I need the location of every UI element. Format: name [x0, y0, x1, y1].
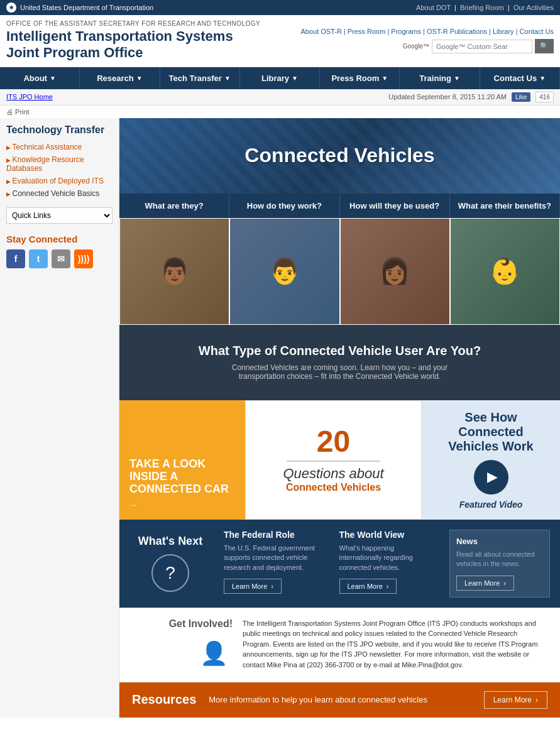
briefing-room-link[interactable]: Briefing Room	[460, 4, 504, 11]
print-link[interactable]: 🖨 Print	[6, 108, 30, 116]
stay-connected-section: Stay Connected f t ✉ ))))	[6, 234, 113, 268]
main-content: Connected Vehicles What are they? How do…	[119, 118, 560, 718]
play-button[interactable]: ▶	[474, 460, 508, 494]
evaluation-link[interactable]: Evaluation of Deployed ITS	[13, 177, 104, 185]
like-count: 416	[535, 92, 554, 102]
news-title: News	[456, 537, 543, 546]
facebook-icon[interactable]: f	[6, 249, 25, 268]
world-view-title: The World View	[339, 530, 437, 540]
its-jpo-home-link[interactable]: ITS JPO Home	[6, 93, 53, 101]
get-involved-text: The Intelligent Transportation Systems J…	[243, 618, 547, 670]
agency-right: About OST-R | Press Room | Programs | OS…	[300, 28, 554, 53]
list-item-knowledge-resource: Knowledge Resource Databases	[6, 153, 113, 175]
featured-video-label: Featured Video	[459, 500, 523, 510]
contact-us-link-top[interactable]: Contact Us	[520, 28, 554, 35]
news-learn-more[interactable]: Learn More ›	[456, 576, 514, 591]
gov-bar: ★ United States Department of Transporta…	[0, 0, 560, 15]
training-arrow-icon: ▼	[454, 75, 460, 82]
sidebar-list: Technical Assistance Knowledge Resource …	[6, 141, 113, 200]
press-room-arrow-icon: ▼	[382, 75, 388, 82]
resources-title: Resources	[132, 692, 196, 707]
get-involved-section: Get Involved! 👤 The Intelligent Transpor…	[119, 608, 560, 682]
chevron-right-icon-2: ›	[387, 582, 389, 590]
tech-transfer-arrow-icon: ▼	[224, 75, 231, 82]
feature-divider	[287, 461, 380, 462]
library-link-top[interactable]: Library	[493, 28, 514, 35]
agency-subtitle: Office of the Assistant Secretary for Re…	[6, 20, 260, 27]
feature-middle: 20 Questions about Connected Vehicles	[245, 400, 422, 520]
chevron-right-icon-4: ›	[535, 696, 538, 704]
email-icon[interactable]: ✉	[52, 249, 70, 268]
ostr-publications-link[interactable]: OST-R Publications	[427, 28, 487, 35]
technical-assistance-link[interactable]: Technical Assistance	[13, 143, 82, 151]
search-bar: Google™ 🔍	[403, 39, 554, 53]
tab-what-are-benefits[interactable]: What are their benefits?	[450, 194, 560, 218]
sidebar: Technology Transfer Technical Assistance…	[0, 118, 119, 718]
resources-text: More information to help you learn about…	[209, 695, 471, 704]
nav-tech-transfer[interactable]: Tech Transfer ▼	[160, 67, 240, 89]
world-view-learn-more[interactable]: Learn More ›	[339, 579, 397, 594]
federal-role-learn-more[interactable]: Learn More ›	[224, 579, 282, 594]
quick-links-select[interactable]: Quick Links	[6, 207, 113, 224]
print-bar: 🖨 Print	[0, 106, 560, 118]
user-type-description: Connected Vehicles are coming soon. Lear…	[208, 363, 472, 381]
photo-person-1: 👨🏾	[120, 219, 229, 324]
list-item-evaluation: Evaluation of Deployed ITS	[6, 175, 113, 187]
nav-contact-us[interactable]: Contact Us ▼	[480, 67, 560, 89]
search-input[interactable]	[432, 40, 532, 53]
updated-text: Updated September 8, 2015 11:20 AM	[388, 93, 507, 101]
nav-press-room[interactable]: Press Room ▼	[320, 67, 400, 89]
world-view-text: What's happening internationally regardi…	[339, 544, 437, 572]
tab-how-do-they-work[interactable]: How do they work?	[229, 194, 339, 218]
programs-link[interactable]: Programs	[391, 28, 421, 35]
search-button[interactable]: 🔍	[535, 39, 554, 53]
content-wrap: Technology Transfer Technical Assistance…	[0, 118, 560, 718]
agency-header: Office of the Assistant Secretary for Re…	[0, 15, 560, 67]
agency-title-line2: Joint Program Office	[6, 45, 143, 60]
research-arrow-icon: ▼	[136, 75, 143, 82]
federal-role-title: The Federal Role	[224, 530, 322, 540]
nav-training[interactable]: Training ▼	[400, 67, 480, 89]
whats-next-section: What's Next ? The Federal Role The U.S. …	[119, 520, 560, 608]
feature-video: See How Connected Vehicles Work ▶ Featur…	[422, 400, 560, 520]
user-type-title: What Type of Connected Vehicle User Are …	[199, 344, 481, 358]
dot-seal-icon: ★	[6, 3, 16, 13]
google-logo: Google™	[403, 43, 429, 50]
photo-person-2: 👨	[230, 219, 339, 324]
ost-links: About OST-R | Press Room | Programs | OS…	[300, 28, 554, 35]
photo-grid: 👨🏾 👨 👩🏾 👶	[119, 218, 560, 325]
about-ostr-link[interactable]: About OST-R	[300, 28, 341, 35]
about-dot-link[interactable]: About DOT	[416, 4, 451, 11]
rss-icon[interactable]: ))))	[74, 249, 93, 268]
our-activities-link[interactable]: Our Activities	[513, 4, 554, 11]
about-arrow-icon: ▼	[50, 75, 56, 82]
agency-left: Office of the Assistant Secretary for Re…	[6, 20, 260, 62]
fb-like-button[interactable]: Like	[512, 92, 530, 102]
list-item-connected-vehicle: Connected Vehicle Basics	[6, 187, 113, 200]
nav-about[interactable]: About ▼	[0, 67, 80, 89]
agency-title-line1: Intelligent Transportation Systems	[6, 28, 233, 44]
nav-library[interactable]: Library ▼	[240, 67, 320, 89]
connected-vehicle-link[interactable]: Connected Vehicle Basics	[13, 189, 100, 198]
status-right: Updated September 8, 2015 11:20 AM Like …	[388, 92, 554, 102]
social-icons: f t ✉ ))))	[6, 249, 113, 268]
contact-arrow-icon: ▼	[539, 75, 546, 82]
knowledge-resource-link[interactable]: Knowledge Resource Databases	[6, 155, 84, 173]
world-view-block: The World View What's happening internat…	[334, 530, 442, 598]
whats-next-main: What's Next ?	[129, 530, 211, 598]
feature-orange[interactable]: TAKE A LOOK INSIDE A CONNECTED CAR →	[119, 400, 245, 520]
chevron-right-icon: ›	[271, 582, 273, 590]
gov-bar-links: About DOT | Briefing Room | Our Activiti…	[416, 4, 554, 11]
resources-learn-more[interactable]: Learn More ›	[484, 691, 547, 709]
nav-research[interactable]: Research ▼	[80, 67, 160, 89]
hero-banner: Connected Vehicles	[119, 118, 560, 194]
status-bar: ITS JPO Home Updated September 8, 2015 1…	[0, 89, 560, 106]
feature-orange-link[interactable]: →	[129, 501, 235, 510]
twitter-icon[interactable]: t	[29, 249, 48, 268]
press-room-link-top[interactable]: Press Room	[348, 28, 386, 35]
sidebar-title: Technology Transfer	[6, 124, 113, 136]
breadcrumb: ITS JPO Home	[6, 93, 53, 101]
get-involved-title: Get Involved!	[132, 618, 233, 630]
tab-what-are-they[interactable]: What are they?	[119, 194, 229, 218]
tab-how-will-be-used[interactable]: How will they be used?	[340, 194, 450, 218]
